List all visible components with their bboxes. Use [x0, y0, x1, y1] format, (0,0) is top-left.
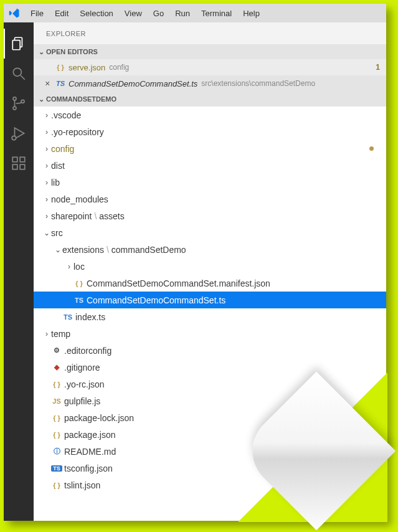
tree-file[interactable]: { }.yo-rc.json [34, 376, 386, 392]
menu-terminal[interactable]: Terminal [196, 9, 237, 18]
svg-rect-12 [20, 157, 25, 162]
chevron-right-icon: › [42, 178, 51, 187]
tree-label: tslint.json [64, 480, 100, 490]
tree-file[interactable]: TSCommandSetDemoCommandSet.ts [34, 292, 386, 308]
tree-label: lib [51, 178, 60, 188]
tree-folder[interactable]: ›loc [34, 258, 386, 275]
sidebar: Explorer ⌄ Open Editors { }serve.jsoncon… [34, 22, 386, 521]
tree-folder[interactable]: ›.vscode [34, 107, 386, 123]
file-type-icon: ◆ [51, 363, 62, 371]
open-editor-row[interactable]: ×TSCommandSetDemoCommandSet.tssrc\extens… [34, 75, 386, 92]
close-icon[interactable]: × [45, 78, 55, 88]
tree-label: CommandSetDemoCommandSet.manifest.json [87, 278, 270, 288]
titlebar: FileEditSelectionViewGoRunTerminalHelp [4, 4, 386, 22]
svg-line-3 [21, 75, 25, 80]
extensions-activity-icon[interactable] [4, 148, 34, 178]
tree-folder[interactable]: ›lib [34, 174, 386, 191]
file-type-icon: TS [55, 80, 66, 87]
explorer-activity-icon[interactable] [4, 29, 34, 59]
vscode-window: FileEditSelectionViewGoRunTerminalHelp E… [4, 4, 386, 521]
chevron-down-icon: ⌄ [36, 48, 46, 56]
tree-label: package.json [64, 430, 116, 440]
tree-label: src [51, 228, 63, 238]
vscode-logo-icon [9, 7, 20, 19]
path-separator: \ [94, 211, 97, 221]
tree-label: sharepoint [51, 211, 92, 221]
tree-label: package-lock.json [64, 413, 134, 423]
menu-view[interactable]: View [119, 9, 148, 18]
chevron-right-icon: › [42, 330, 51, 338]
tree-file[interactable]: { }CommandSetDemoCommandSet.manifest.jso… [34, 275, 386, 292]
tree-file[interactable]: { }package-lock.json [34, 409, 386, 426]
open-editors-header[interactable]: ⌄ Open Editors [34, 44, 386, 59]
search-activity-icon[interactable] [4, 59, 34, 88]
tree-label: CommandSetDemoCommandSet.ts [87, 295, 225, 305]
svg-rect-11 [20, 164, 25, 169]
chevron-right-icon: › [42, 128, 51, 136]
window-body: Explorer ⌄ Open Editors { }serve.jsoncon… [4, 22, 386, 521]
tree-file[interactable]: TSindex.ts [34, 308, 386, 325]
tree-label: .gitignore [64, 363, 100, 373]
chevron-right-icon: › [42, 111, 51, 120]
menu-selection[interactable]: Selection [74, 9, 118, 18]
menu-go[interactable]: Go [148, 9, 169, 18]
file-type-icon: ⚙ [51, 346, 62, 354]
tree-file[interactable]: { }tslint.json [34, 477, 386, 493]
chevron-right-icon: › [42, 212, 51, 221]
tree-label: index.ts [75, 312, 105, 322]
file-type-icon: JS [51, 397, 62, 405]
tree-folder[interactable]: ›node_modules [34, 191, 386, 207]
open-editors-list: { }serve.jsonconfig1×TSCommandSetDemoCom… [34, 59, 386, 92]
tree-file[interactable]: JSgulpfile.js [34, 392, 386, 409]
menu-edit[interactable]: Edit [49, 9, 74, 18]
svg-rect-9 [12, 157, 17, 162]
editor-path: src\extensions\commandSetDemo [201, 79, 315, 88]
chevron-right-icon: › [42, 161, 51, 170]
tree-folder[interactable]: ⌄extensions\commandSetDemo [34, 241, 386, 258]
chevron-right-icon: › [65, 262, 73, 271]
open-editor-row[interactable]: { }serve.jsonconfig1 [34, 59, 386, 75]
svg-rect-10 [12, 164, 17, 169]
editor-path: config [109, 63, 129, 72]
run-debug-activity-icon[interactable] [4, 118, 34, 148]
modified-dot-icon [369, 146, 374, 151]
menu-file[interactable]: File [25, 9, 49, 18]
tree-folder[interactable]: ›dist [34, 157, 386, 174]
tree-file[interactable]: ⓘREADME.md [34, 443, 386, 460]
tree-label: extensions [62, 245, 104, 255]
project-label: CommandSetDemo [46, 95, 116, 103]
modified-badge: 1 [376, 63, 380, 72]
tree-label: README.md [64, 447, 116, 457]
tree-file[interactable]: ⚙.editorconfig [34, 342, 386, 359]
file-type-icon: TS [51, 465, 62, 472]
chevron-down-icon: ⌄ [42, 229, 51, 237]
file-type-icon: { } [55, 64, 66, 71]
path-separator: \ [107, 245, 109, 255]
tree-file[interactable]: TStsconfig.json [34, 460, 386, 477]
tree-label: commandSetDemo [111, 245, 186, 255]
svg-point-5 [13, 107, 16, 110]
open-editors-label: Open Editors [46, 48, 98, 55]
project-header[interactable]: ⌄ CommandSetDemo [34, 92, 386, 107]
tree-folder[interactable]: ›config [34, 140, 386, 157]
file-type-icon: { } [51, 414, 62, 422]
tree-folder[interactable]: ⌄src [34, 224, 386, 241]
file-type-icon: { } [51, 381, 62, 388]
menu-run[interactable]: Run [169, 9, 196, 18]
file-type-icon: { } [51, 482, 62, 489]
tree-label: assets [99, 211, 124, 221]
tree-label: config [51, 144, 74, 154]
tree-label: .vscode [51, 110, 81, 120]
chevron-down-icon: ⌄ [36, 95, 46, 103]
source-control-activity-icon[interactable] [4, 88, 34, 118]
tree-folder[interactable]: ›sharepoint\assets [34, 207, 386, 224]
tree-folder[interactable]: ›temp [34, 325, 386, 342]
editor-filename: serve.json [69, 63, 105, 72]
tree-file[interactable]: ◆.gitignore [34, 359, 386, 376]
tree-folder[interactable]: ›.yo-repository [34, 123, 386, 140]
menu-help[interactable]: Help [237, 9, 265, 18]
tree-file[interactable]: { }package.json [34, 426, 386, 443]
svg-point-4 [13, 97, 16, 100]
file-type-icon: TS [62, 313, 73, 321]
tree-label: .editorconfig [64, 346, 111, 356]
